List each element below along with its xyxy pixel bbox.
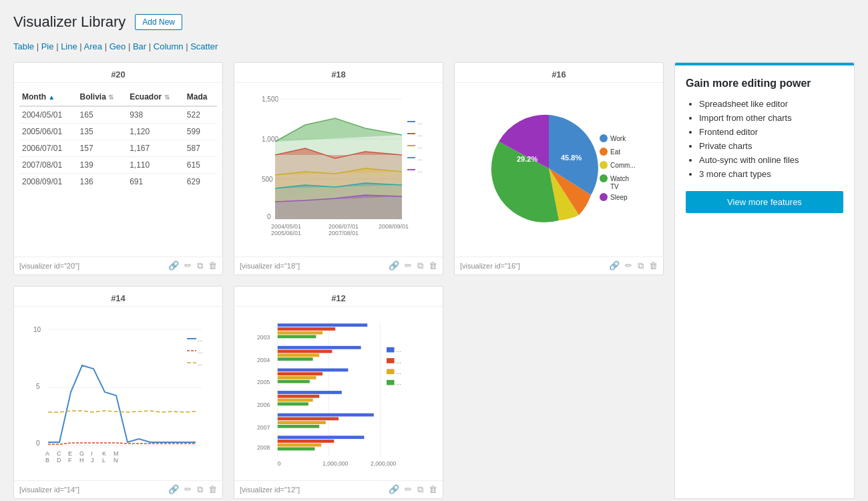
filter-scatter[interactable]: Scatter <box>190 41 218 51</box>
svg-point-25 <box>600 134 608 142</box>
svg-rect-100 <box>387 358 395 363</box>
svg-rect-86 <box>278 391 342 394</box>
svg-rect-81 <box>278 357 313 361</box>
svg-rect-91 <box>278 417 339 420</box>
chart-18-svg: 1,500 1,000 500 0 <box>240 88 437 248</box>
svg-text:Work: Work <box>610 135 626 142</box>
promo-feature-1: Spreadsheet like editor <box>699 99 843 109</box>
svg-text:2008/09/01: 2008/09/01 <box>379 223 409 230</box>
svg-rect-78 <box>278 346 361 349</box>
chart-14-edit-icon[interactable]: ✏ <box>184 484 192 495</box>
chart-20-card: #20 Month ▲ Bolivia ⇅ Ecuador ⇅ Mada 200… <box>13 62 223 275</box>
chart-18-copy-icon[interactable]: ⧉ <box>417 261 423 271</box>
chart-14-shortcode: [visualizer id="14"] <box>19 486 79 494</box>
chart-16-body: 45.8% 29.2% Work Eat Comm... Watch TV Sl… <box>455 83 663 257</box>
svg-rect-95 <box>278 440 334 443</box>
svg-rect-85 <box>278 380 310 383</box>
svg-text:...: ... <box>396 347 401 353</box>
add-new-button[interactable]: Add New <box>135 14 182 30</box>
chart-18-delete-icon[interactable]: 🗑 <box>429 261 437 271</box>
filter-area[interactable]: Area <box>84 41 102 51</box>
chart-16-card: #16 45. <box>454 62 664 275</box>
promo-card: Gain more editing power Spreadsheet like… <box>674 62 855 499</box>
col-month[interactable]: Month ▲ <box>19 88 77 106</box>
chart-20-body: Month ▲ Bolivia ⇅ Ecuador ⇅ Mada 2004/05… <box>14 83 222 257</box>
svg-text:0: 0 <box>278 460 281 467</box>
chart-12-link-icon[interactable]: 🔗 <box>389 484 399 495</box>
filter-table[interactable]: Table <box>13 41 34 51</box>
chart-18-card: #18 1,500 1,000 500 0 <box>234 62 443 275</box>
chart-14-title: #14 <box>14 287 222 307</box>
svg-text:45.8%: 45.8% <box>561 154 582 162</box>
filter-bar[interactable]: Bar <box>133 41 146 51</box>
svg-rect-75 <box>278 327 335 331</box>
chart-18-footer: [visualizer id="18"] 🔗 ✏ ⧉ 🗑 <box>234 257 443 275</box>
svg-text:M: M <box>114 450 119 457</box>
chart-16-copy-icon[interactable]: ⧉ <box>638 261 644 271</box>
svg-text:2005: 2005 <box>257 379 270 385</box>
filter-geo[interactable]: Geo <box>110 41 126 51</box>
svg-rect-102 <box>387 369 395 374</box>
table-row: 2007/08/011391,110615 <box>19 157 217 174</box>
chart-14-delete-icon[interactable]: 🗑 <box>208 484 217 495</box>
chart-12-delete-icon[interactable]: 🗑 <box>429 484 437 495</box>
svg-text:2006: 2006 <box>257 401 270 408</box>
svg-text:2007: 2007 <box>257 424 270 431</box>
svg-text:E: E <box>68 450 72 457</box>
chart-16-delete-icon[interactable]: 🗑 <box>649 261 658 271</box>
chart-20-footer: [visualizer id="20"] 🔗 ✏ ⧉ 🗑 <box>14 257 222 275</box>
svg-point-29 <box>600 161 608 169</box>
svg-rect-104 <box>387 380 395 385</box>
svg-rect-89 <box>278 402 308 405</box>
svg-text:B: B <box>45 457 49 464</box>
svg-text:D: D <box>57 457 61 464</box>
svg-text:2008: 2008 <box>257 444 270 451</box>
svg-text:Comm...: Comm... <box>610 162 636 169</box>
col-bolivia[interactable]: Bolivia ⇅ <box>77 88 128 106</box>
chart-14-card: #14 10 5 0 <box>13 286 223 499</box>
svg-rect-84 <box>278 376 316 379</box>
chart-12-copy-icon[interactable]: ⧉ <box>417 484 423 495</box>
svg-point-31 <box>600 174 608 182</box>
chart-14-copy-icon[interactable]: ⧉ <box>197 484 203 495</box>
promo-feature-2: Import from other charts <box>699 113 843 123</box>
svg-text:1,000,000: 1,000,000 <box>322 460 349 467</box>
chart-12-shortcode: [visualizer id="12"] <box>240 486 300 494</box>
svg-text:N: N <box>114 457 118 464</box>
chart-16-title: #16 <box>455 63 663 83</box>
chart-20-copy-icon[interactable]: ⧉ <box>197 261 203 271</box>
chart-16-edit-icon[interactable]: ✏ <box>625 261 632 271</box>
svg-text:Sleep: Sleep <box>610 194 628 201</box>
filter-line[interactable]: Line <box>61 41 77 51</box>
chart-12-edit-icon[interactable]: ✏ <box>405 484 412 495</box>
svg-text:...: ... <box>396 369 401 375</box>
svg-rect-76 <box>278 331 322 335</box>
chart-20-table: Month ▲ Bolivia ⇅ Ecuador ⇅ Mada 2004/05… <box>19 88 217 190</box>
col-mada[interactable]: Mada <box>184 88 217 106</box>
chart-18-link-icon[interactable]: 🔗 <box>389 261 399 271</box>
view-more-features-button[interactable]: View more features <box>686 191 843 213</box>
filter-pie[interactable]: Pie <box>41 41 54 51</box>
chart-12-title: #12 <box>234 287 443 307</box>
col-ecuador[interactable]: Ecuador ⇅ <box>127 88 184 106</box>
svg-text:2007/08/01: 2007/08/01 <box>329 230 359 236</box>
chart-20-link-icon[interactable]: 🔗 <box>168 261 179 271</box>
chart-20-edit-icon[interactable]: ✏ <box>184 261 192 271</box>
chart-14-link-icon[interactable]: 🔗 <box>168 484 179 495</box>
svg-text:...: ... <box>198 360 203 367</box>
svg-text:...: ... <box>417 155 423 162</box>
svg-text:...: ... <box>396 358 401 365</box>
chart-16-link-icon[interactable]: 🔗 <box>609 261 620 271</box>
svg-point-34 <box>600 193 608 201</box>
svg-text:2004/05/01: 2004/05/01 <box>271 223 301 230</box>
svg-rect-90 <box>278 413 374 417</box>
filter-column[interactable]: Column <box>154 41 184 51</box>
chart-20-shortcode: [visualizer id="20"] <box>19 262 79 270</box>
svg-text:...: ... <box>417 119 423 126</box>
chart-20-delete-icon[interactable]: 🗑 <box>208 261 217 271</box>
table-row: 2006/07/011571,167587 <box>19 140 217 157</box>
svg-text:2004: 2004 <box>257 357 270 363</box>
chart-18-edit-icon[interactable]: ✏ <box>405 261 412 271</box>
svg-rect-93 <box>278 425 319 428</box>
chart-16-svg: 45.8% 29.2% Work Eat Comm... Watch TV Sl… <box>460 88 658 248</box>
